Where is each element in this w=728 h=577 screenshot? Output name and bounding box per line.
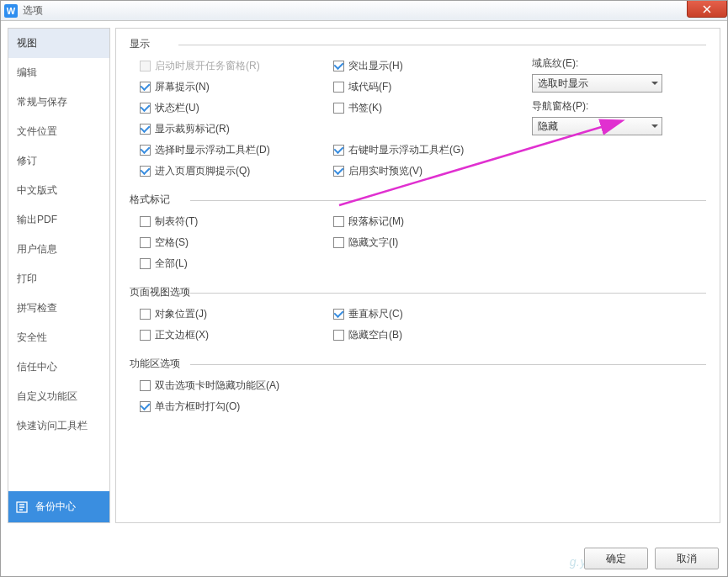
sidebar-item-general-save[interactable]: 常规与保存 — [8, 87, 109, 117]
opt-text-bounds[interactable]: 正文边框(X) — [140, 326, 333, 345]
opt-crop-marks[interactable]: 显示裁剪标记(R) — [140, 119, 333, 139]
sidebar-item-user-info[interactable]: 用户信息 — [8, 235, 109, 264]
section-title-ribbon: 功能区选项 — [130, 357, 706, 371]
cancel-button[interactable]: 取消 — [655, 548, 719, 569]
checkbox-icon — [140, 61, 151, 71]
checkbox-icon — [333, 145, 344, 156]
checkbox-icon — [140, 145, 151, 156]
main-panel: 显示 启动时展开任务窗格(R) 突出显示(H) 域底纹(E): 选取时显示 导航… — [115, 28, 720, 523]
close-button[interactable] — [687, 0, 727, 18]
backup-center-button[interactable]: 备份中心 — [8, 491, 109, 522]
checkbox-icon — [140, 166, 151, 177]
window-title: 选项 — [23, 3, 43, 18]
opt-float-toolbar-rclick[interactable]: 右键时显示浮动工具栏(G) — [333, 140, 527, 160]
opt-startup-taskpane: 启动时展开任务窗格(R) — [140, 56, 333, 76]
sidebar-item-output-pdf[interactable]: 输出PDF — [8, 205, 109, 235]
sidebar-item-custom-ribbon[interactable]: 自定义功能区 — [8, 382, 109, 411]
checkbox-icon — [333, 309, 344, 320]
close-icon — [703, 5, 711, 13]
ok-button[interactable]: 确定 — [584, 548, 648, 569]
chevron-down-icon — [651, 124, 658, 128]
sidebar-item-print[interactable]: 打印 — [8, 264, 109, 294]
sidebar-item-spellcheck[interactable]: 拼写检查 — [8, 294, 109, 323]
section-title-page-view: 页面视图选项 — [130, 285, 706, 299]
checkbox-icon — [140, 103, 151, 114]
opt-screen-tip[interactable]: 屏幕提示(N) — [140, 77, 333, 97]
section-title-format-marks: 格式标记 — [130, 193, 706, 207]
field-shading-dropdown[interactable]: 选取时显示 — [532, 74, 662, 93]
checkbox-icon — [333, 330, 344, 341]
nav-pane-label: 导航窗格(P): — [532, 99, 706, 114]
opt-bookmarks[interactable]: 书签(K) — [333, 98, 527, 118]
sidebar-item-security[interactable]: 安全性 — [8, 323, 109, 352]
checkbox-icon — [333, 82, 344, 93]
field-shading-label: 域底纹(E): — [532, 56, 706, 71]
sidebar-item-file-location[interactable]: 文件位置 — [8, 117, 109, 146]
checkbox-icon — [333, 216, 344, 227]
checkbox-icon — [140, 401, 151, 412]
sidebar-item-edit[interactable]: 编辑 — [8, 58, 109, 87]
checkbox-icon — [140, 124, 151, 135]
checkbox-icon — [140, 216, 151, 227]
sidebar: 视图 编辑 常规与保存 文件位置 修订 中文版式 输出PDF 用户信息 打印 拼… — [8, 28, 110, 523]
checkbox-icon — [333, 166, 344, 177]
checkbox-icon — [333, 103, 344, 114]
checkbox-icon — [140, 309, 151, 320]
backup-icon — [15, 500, 29, 514]
opt-all[interactable]: 全部(L) — [140, 254, 333, 273]
titlebar: W 选项 — [1, 1, 727, 21]
display-right-column: 域底纹(E): 选取时显示 导航窗格(P): 隐藏 — [527, 56, 706, 160]
opt-float-toolbar-select[interactable]: 选择时显示浮动工具栏(D) — [140, 140, 333, 160]
opt-dblclick-hide-ribbon[interactable]: 双击选项卡时隐藏功能区(A) — [140, 376, 706, 395]
opt-click-check[interactable]: 单击方框时打勾(O) — [140, 397, 706, 416]
chevron-down-icon — [651, 82, 658, 85]
opt-para-marks[interactable]: 段落标记(M) — [333, 212, 527, 231]
opt-hide-blank[interactable]: 隐藏空白(B) — [333, 326, 527, 345]
opt-spaces[interactable]: 空格(S) — [140, 233, 333, 252]
opt-header-footer-hint[interactable]: 进入页眉页脚提示(Q) — [140, 161, 333, 181]
checkbox-icon — [333, 61, 344, 71]
checkbox-icon — [140, 330, 151, 341]
opt-live-preview[interactable]: 启用实时预览(V) — [333, 161, 527, 181]
opt-hidden-text[interactable]: 隐藏文字(I) — [333, 233, 527, 252]
checkbox-icon — [140, 237, 151, 248]
sidebar-item-revision[interactable]: 修订 — [8, 146, 109, 176]
sidebar-item-view[interactable]: 视图 — [8, 29, 109, 58]
sidebar-item-trust-center[interactable]: 信任中心 — [8, 352, 109, 382]
checkbox-icon — [140, 258, 151, 269]
app-logo: W — [4, 4, 18, 18]
sidebar-item-chinese-layout[interactable]: 中文版式 — [8, 176, 109, 205]
section-title-display: 显示 — [130, 37, 706, 51]
opt-highlight[interactable]: 突出显示(H) — [333, 56, 527, 76]
opt-vertical-ruler[interactable]: 垂直标尺(C) — [333, 304, 527, 324]
backup-center-label: 备份中心 — [35, 500, 76, 514]
checkbox-icon — [333, 237, 344, 248]
opt-object-pos[interactable]: 对象位置(J) — [140, 304, 333, 324]
opt-status-bar[interactable]: 状态栏(U) — [140, 98, 333, 118]
nav-pane-dropdown[interactable]: 隐藏 — [532, 117, 662, 135]
sidebar-item-quick-access[interactable]: 快速访问工具栏 — [8, 411, 109, 441]
checkbox-icon — [140, 380, 151, 391]
checkbox-icon — [140, 82, 151, 93]
opt-tabs[interactable]: 制表符(T) — [140, 212, 333, 231]
opt-field-codes[interactable]: 域代码(F) — [333, 77, 527, 97]
